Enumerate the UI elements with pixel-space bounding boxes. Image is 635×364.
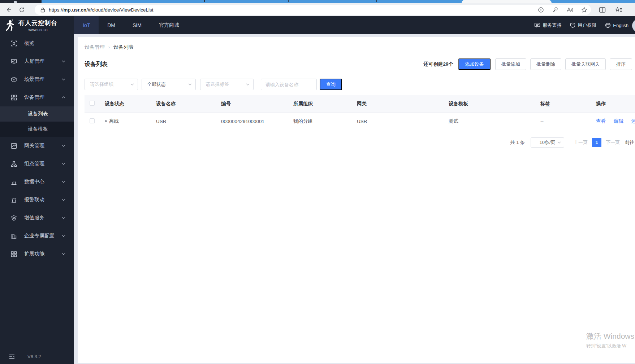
sidebar-item-extensions[interactable]: 扩展功能 (0, 245, 74, 263)
select-all-checkbox[interactable] (90, 101, 95, 106)
service-support-label: 服务支持 (543, 22, 561, 28)
gateway-chart-icon (11, 143, 17, 149)
page-size-value: 10条/页 (539, 139, 555, 146)
refresh-icon (19, 7, 25, 13)
split-screen-icon[interactable] (599, 7, 606, 13)
device-name-input[interactable] (261, 79, 317, 90)
collapse-sidebar-icon[interactable] (9, 354, 15, 359)
cell-name: USR (151, 113, 216, 130)
tag-select[interactable]: 请选择标签 (200, 79, 254, 90)
sidebar-item-config-mgmt[interactable]: 组态管理 (0, 155, 74, 173)
browser-tab-strip (0, 0, 635, 3)
org-select[interactable]: 请选择组织 (85, 79, 138, 90)
tracking-prevention-icon[interactable] (538, 7, 544, 13)
device-mgmt-submenu: 设备列表 设备模板 (0, 106, 74, 137)
sidebar-item-gateway-mgmt[interactable]: 网关管理 (0, 137, 74, 155)
sidebar-item-scene-mgmt[interactable]: 场景管理 (0, 70, 74, 88)
browser-active-tab[interactable] (462, 0, 552, 3)
chevron-down-icon (557, 141, 561, 144)
sidebar-item-label: 增值服务 (24, 215, 62, 221)
language-switch[interactable]: English (605, 22, 628, 28)
org-select-placeholder: 请选择组织 (90, 81, 113, 88)
tab-dm[interactable]: DM (99, 16, 124, 34)
sidebar-item-label: 企业专属配置 (24, 233, 62, 239)
shield-icon (570, 22, 575, 28)
main-content: 设备管理 › 设备列表 设备列表 还可创建29个 添加设备 批量添加 批量删除 … (74, 34, 635, 364)
sidebar-item-overview[interactable]: 概览 (0, 34, 74, 52)
favorites-list-icon[interactable] (615, 7, 622, 13)
prev-page-button[interactable]: 上一页 (574, 139, 588, 146)
browser-tab-dark-segment (0, 0, 42, 3)
status-select[interactable]: 全部状态 (142, 79, 196, 90)
current-page-button[interactable]: 1 (592, 138, 601, 147)
bar-chart-icon (11, 179, 17, 185)
breadcrumb-separator-icon: › (108, 45, 110, 50)
run-link[interactable]: 运行 (631, 118, 635, 124)
edit-link[interactable]: 编辑 (614, 118, 623, 124)
batch-add-button[interactable]: 批量添加 (495, 58, 526, 70)
sidebar-item-device-mgmt[interactable]: 设备管理 (0, 88, 74, 106)
read-aloud-icon[interactable] (566, 7, 573, 13)
badge-shield-icon (11, 215, 17, 221)
col-header-name: 设备名称 (151, 95, 216, 113)
topology-icon (11, 161, 17, 167)
tab-sim[interactable]: SIM (124, 16, 150, 34)
sidebar-item-screen-mgmt[interactable]: 大屏管理 (0, 52, 74, 70)
browser-address-bar[interactable]: https://mp.usr.cn/#/cloud/device/ViewDev… (35, 5, 591, 15)
alarm-siren-icon (11, 197, 17, 203)
sidebar-item-alarm-linkage[interactable]: 报警联动 (0, 191, 74, 209)
sidebar-item-label: 网关管理 (24, 142, 62, 149)
device-table: 设备状态 设备名称 编号 所属组织 网关 设备模板 标签 操作 离线 USR 0… (85, 95, 635, 130)
app-logo[interactable]: 有人云控制台 www.usr.cn (0, 16, 74, 34)
sidebar-item-enterprise-config[interactable]: 企业专属配置 (0, 227, 74, 245)
title-toolbar-row: 设备列表 还可创建29个 添加设备 批量添加 批量删除 批量关联网关 排序 (85, 58, 635, 70)
content-card: 设备管理 › 设备列表 设备列表 还可创建29个 添加设备 批量添加 批量删除 … (78, 37, 635, 363)
sidebar-subitem-device-list[interactable]: 设备列表 (0, 106, 74, 122)
col-header-template: 设备模板 (444, 95, 535, 113)
chevron-up-icon (62, 96, 65, 98)
device-grid-icon (11, 95, 17, 101)
browser-refresh-button[interactable] (17, 5, 27, 15)
chevron-down-icon (62, 145, 65, 147)
goto-label: 前往 (625, 139, 634, 146)
cell-number: 0000004291000001 (216, 113, 288, 130)
browser-back-button[interactable] (4, 5, 14, 15)
sidebar-item-value-added-services[interactable]: 增值服务 (0, 209, 74, 227)
favorite-star-icon[interactable] (581, 7, 587, 13)
breadcrumb-device-mgmt[interactable]: 设备管理 (85, 44, 105, 51)
app-header: 有人云控制台 www.usr.cn IoT DM SIM 官方商城 服务支持 用… (0, 16, 635, 34)
tab-official-store[interactable]: 官方商城 (150, 16, 188, 34)
add-device-button[interactable]: 添加设备 (458, 58, 491, 70)
page-size-select[interactable]: 10条/页 (531, 137, 564, 148)
cell-org: 我的分组 (288, 113, 352, 130)
service-support-menu[interactable]: 服务支持 (534, 22, 561, 28)
four-squares-icon (11, 251, 17, 257)
row-checkbox[interactable] (90, 118, 95, 123)
chevron-down-icon (62, 199, 65, 201)
back-arrow-icon (5, 6, 12, 13)
sort-button[interactable]: 排序 (610, 58, 632, 70)
user-avatar[interactable] (632, 19, 635, 32)
tag-select-placeholder: 请选择标签 (206, 81, 229, 88)
sidebar-item-label: 设备管理 (24, 94, 62, 101)
sidebar-item-label: 组态管理 (24, 161, 62, 167)
col-header-ops: 操作 (591, 95, 635, 113)
cell-template: 测试 (444, 113, 535, 130)
search-button[interactable]: 查询 (320, 79, 342, 90)
total-count-label: 共 1 条 (510, 139, 525, 146)
lock-icon (40, 7, 45, 13)
batch-delete-button[interactable]: 批量删除 (530, 58, 561, 70)
col-header-tag: 标签 (535, 95, 591, 113)
password-key-icon[interactable] (552, 7, 558, 13)
view-link[interactable]: 查看 (596, 118, 606, 124)
chevron-down-icon (62, 181, 65, 183)
sidebar-item-label: 数据中心 (24, 179, 62, 185)
batch-link-gateway-button[interactable]: 批量关联网关 (565, 58, 606, 70)
logo-subtitle: www.usr.cn (28, 27, 47, 32)
sidebar-subitem-device-template[interactable]: 设备模板 (0, 122, 74, 137)
user-permission-menu[interactable]: 用户权限 (570, 22, 596, 28)
next-page-button[interactable]: 下一页 (606, 139, 620, 146)
tab-iot[interactable]: IoT (74, 16, 99, 34)
sidebar-item-data-center[interactable]: 数据中心 (0, 173, 74, 191)
table-row: 离线 USR 0000004291000001 我的分组 USR 测试 -- 查… (85, 113, 635, 130)
